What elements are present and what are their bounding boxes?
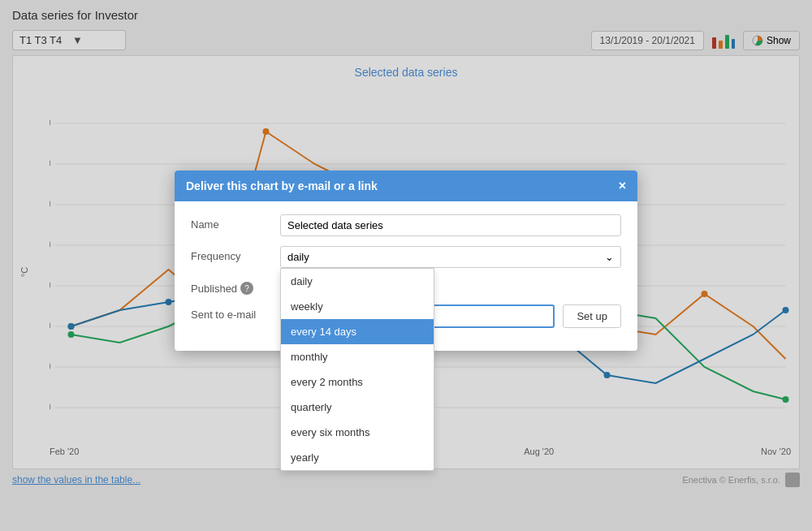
modal-header: Deliver this chart by e-mail or a link × [175,171,637,201]
setup-button[interactable]: Set up [563,304,621,328]
frequency-dropdown: daily weekly every 14 days monthly every… [280,268,434,471]
dropdown-item-quarterly[interactable]: quarterly [281,395,434,420]
published-label: Published [191,283,237,295]
modal-close-button[interactable]: × [619,179,626,193]
published-label-wrapper: Published ? [191,278,280,295]
name-input[interactable] [280,214,621,236]
form-row-name: Name [191,214,621,236]
name-label: Name [191,214,280,231]
modal-title: Deliver this chart by e-mail or a link [186,179,378,192]
dropdown-item-every14days[interactable]: every 14 days [281,319,434,344]
frequency-chevron-icon: ⌄ [605,251,614,263]
frequency-label: Frequency [191,246,280,262]
dropdown-item-every2months[interactable]: every 2 months [281,369,434,395]
name-field-wrapper [280,214,621,236]
dropdown-item-yearly[interactable]: yearly [281,445,434,470]
frequency-wrapper: daily ⌄ daily weekly every 14 days month… [280,246,621,268]
frequency-current-value: daily [287,251,309,263]
modal-deliver-chart: Deliver this chart by e-mail or a link ×… [175,171,637,351]
dropdown-item-weekly[interactable]: weekly [281,294,434,319]
modal-body: Name Frequency daily ⌄ daily weekly ever… [175,201,637,351]
frequency-select[interactable]: daily ⌄ [280,246,621,268]
dropdown-item-monthly[interactable]: monthly [281,344,434,369]
sent-email-label: Sent to e-mail [191,304,280,321]
dropdown-item-daily[interactable]: daily [281,269,434,294]
form-row-frequency: Frequency daily ⌄ daily weekly every 14 … [191,246,621,268]
dropdown-item-everysixmonths[interactable]: every six months [281,420,434,445]
help-icon[interactable]: ? [240,282,253,295]
